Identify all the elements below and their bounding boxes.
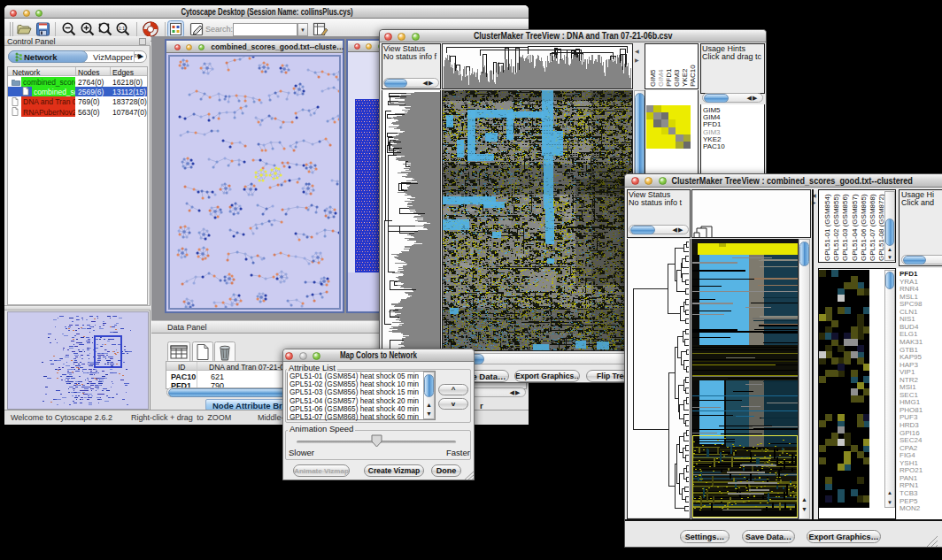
svg-text:1:1: 1:1 <box>119 26 125 31</box>
